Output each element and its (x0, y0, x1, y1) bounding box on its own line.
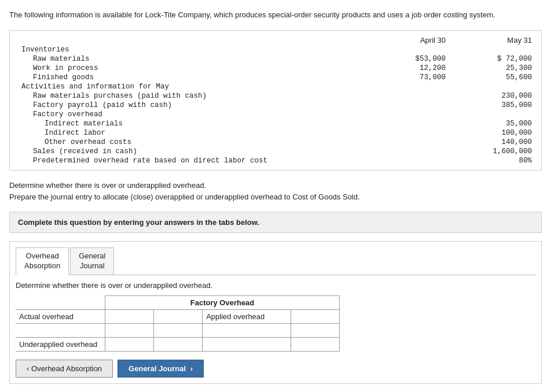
table-row: Predetermined overhead rate based on dir… (17, 156, 534, 165)
row-val2: 230,000 (448, 91, 534, 101)
instruction-line1: Determine whether there is over or under… (9, 180, 542, 192)
foh-header: Factory Overhead (105, 295, 340, 309)
forward-button[interactable]: General Journal › (117, 360, 204, 378)
row-val2: 385,000 (448, 101, 534, 110)
back-button-label: Overhead Absorption (31, 364, 102, 373)
actual-overhead-field-2[interactable] (157, 312, 199, 321)
row-val1 (362, 82, 448, 91)
row-label: Activities and information for May (17, 82, 362, 91)
row-val2 (448, 45, 534, 54)
row-val1 (362, 138, 448, 147)
actual-overhead-input-1[interactable] (105, 309, 154, 323)
underapplied-input-1[interactable] (105, 337, 154, 351)
actual-overhead-label: Actual overhead (16, 309, 105, 323)
row-val2: 25,300 (448, 64, 534, 73)
table-row: Indirect materials35,000 (17, 119, 534, 128)
foh-field-2-1[interactable] (109, 326, 150, 335)
table-row: Raw materials purchases (paid with cash)… (17, 91, 534, 101)
intro-text: The following information is available f… (9, 9, 542, 21)
row-val1 (362, 101, 448, 110)
row-val2: 80% (448, 156, 534, 165)
forward-arrow-icon: › (190, 364, 193, 373)
actual-overhead-field-1[interactable] (109, 312, 150, 321)
row-label: Predetermined overhead rate based on dir… (17, 156, 362, 165)
table-row: Finished goods73,00055,600 (17, 73, 534, 82)
foh-input-2-2[interactable] (154, 323, 203, 337)
question-box: Complete this question by entering your … (9, 212, 542, 233)
row-label: Indirect labor (17, 128, 362, 138)
table-row: Sales (received in cash)1,600,000 (17, 147, 534, 156)
row-label: Inventories (17, 45, 362, 54)
row-label: Factory overhead (17, 110, 362, 119)
underapplied-field-1[interactable] (109, 340, 150, 349)
row-label: Raw materials purchases (paid with cash) (17, 91, 362, 101)
col2-header: May 31 (448, 35, 534, 45)
row-val2: 35,000 (448, 119, 534, 128)
tab-content-area: OverheadAbsorption GeneralJournal Determ… (9, 241, 542, 384)
row-val1: 73,000 (362, 73, 448, 82)
table-row: Inventories (17, 45, 534, 54)
foh-row-3: Underapplied overhead (16, 337, 340, 351)
row-val2: 140,000 (448, 138, 534, 147)
instructions: Determine whether there is over or under… (9, 180, 542, 204)
tab-general-journal[interactable]: GeneralJournal (70, 247, 114, 275)
row-val1: $53,000 (362, 54, 448, 64)
tabs-row: OverheadAbsorption GeneralJournal (16, 247, 535, 275)
row-label: Factory payroll (paid with cash) (17, 101, 362, 110)
foh-row-1: Actual overhead Applied overhead (16, 309, 340, 323)
foh-input-2-1[interactable] (105, 323, 154, 337)
row-label: Sales (received in cash) (17, 147, 362, 156)
row-val2: 1,600,000 (448, 147, 534, 156)
row-val2 (448, 82, 534, 91)
actual-overhead-input-2[interactable] (154, 309, 203, 323)
row-label: Work in process (17, 64, 362, 73)
table-row: Factory payroll (paid with cash)385,000 (17, 101, 534, 110)
underapplied-field-3[interactable] (295, 340, 336, 349)
underapplied-input-2[interactable] (154, 337, 203, 351)
instruction-line2: Prepare the journal entry to allocate (c… (9, 191, 542, 204)
back-arrow-icon: ‹ (27, 364, 29, 373)
row-val1 (362, 147, 448, 156)
row-val1: 12,200 (362, 64, 448, 73)
foh-field-2-2[interactable] (157, 326, 199, 335)
foh-input-2-3[interactable] (291, 323, 339, 337)
underapplied-input-3[interactable] (291, 337, 339, 351)
row-val1 (362, 119, 448, 128)
foh-field-2-3[interactable] (295, 326, 336, 335)
row-val1 (362, 110, 448, 119)
row-val2: 100,000 (448, 128, 534, 138)
underapplied-field-2[interactable] (157, 340, 199, 349)
determine-text: Determine whether there is over or under… (16, 281, 535, 290)
row-val1 (362, 45, 448, 54)
row-val2: $ 72,000 (448, 54, 534, 64)
col1-header: April 30 (362, 35, 448, 45)
table-row: Activities and information for May (17, 82, 534, 91)
bottom-nav: ‹ Overhead Absorption General Journal › (16, 360, 535, 378)
applied-overhead-label: Applied overhead (203, 309, 291, 323)
applied-overhead-field-1[interactable] (295, 312, 336, 321)
foh-empty-label-1 (16, 323, 105, 337)
row-val1 (362, 156, 448, 165)
row-val2 (448, 110, 534, 119)
row-val1 (362, 128, 448, 138)
factory-overhead-table: Factory Overhead Actual overhead Applied… (16, 295, 340, 352)
applied-overhead-input-1[interactable] (291, 309, 339, 323)
foh-row-2 (16, 323, 340, 337)
underapplied-overhead-label: Underapplied overhead (16, 337, 105, 351)
foh-empty-label-2 (203, 323, 291, 337)
row-val1 (362, 91, 448, 101)
row-val2: 55,600 (448, 73, 534, 82)
data-table-wrapper: April 30 May 31 InventoriesRaw materials… (9, 30, 542, 171)
question-box-text: Complete this question by entering your … (18, 218, 259, 227)
data-table: April 30 May 31 InventoriesRaw materials… (17, 35, 534, 165)
back-button[interactable]: ‹ Overhead Absorption (16, 360, 113, 378)
row-label: Finished goods (17, 73, 362, 82)
underapplied-empty-label (203, 337, 291, 351)
table-row: Work in process12,20025,300 (17, 64, 534, 73)
row-label: Other overhead costs (17, 138, 362, 147)
row-label: Indirect materials (17, 119, 362, 128)
table-row: Indirect labor100,000 (17, 128, 534, 138)
table-row: Factory overhead (17, 110, 534, 119)
row-label: Raw materials (17, 54, 362, 64)
tab-overhead-absorption[interactable]: OverheadAbsorption (16, 247, 69, 275)
